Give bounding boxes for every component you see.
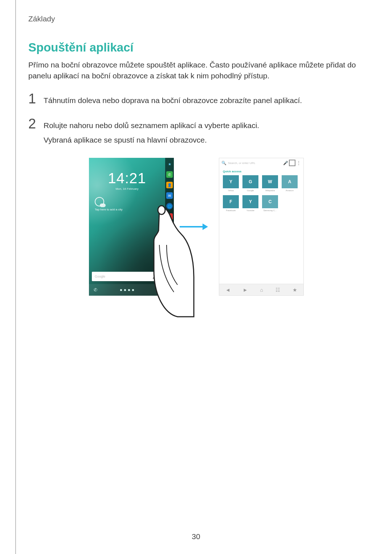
step-number: 1 bbox=[28, 92, 41, 106]
section-title: Spouštění aplikací bbox=[28, 41, 364, 54]
mic-icon[interactable]: 🎤 bbox=[152, 274, 158, 279]
arrow-right-icon bbox=[180, 226, 207, 227]
edge-playstore-icon[interactable]: ▶ bbox=[166, 234, 173, 241]
home-bottom-bar: ✆ bbox=[89, 284, 165, 296]
google-search-bar[interactable]: Google 🎤 bbox=[92, 272, 161, 281]
phone-home-screenshot: 14:21 Mon, 16 February Tap here to add a… bbox=[89, 158, 174, 296]
edge-star-icon[interactable]: ★ bbox=[166, 161, 173, 167]
step-text: Vybraná aplikace se spustí na hlavní obr… bbox=[44, 134, 259, 146]
page-number: 30 bbox=[0, 532, 392, 541]
edge-browser-icon[interactable]: 🌐 bbox=[166, 203, 173, 209]
edge-message-icon[interactable]: ✉ bbox=[166, 192, 173, 199]
edge-contacts-icon[interactable]: 👤 bbox=[166, 182, 173, 188]
step-text: Táhnutím doleva nebo doprava na boční ob… bbox=[44, 95, 302, 106]
step-text: Rolujte nahoru nebo dolů seznamem aplika… bbox=[44, 120, 259, 131]
phone-icon[interactable]: ✆ bbox=[93, 287, 98, 293]
mic-icon[interactable]: 🎤 bbox=[283, 161, 288, 165]
quick-tile[interactable]: YYahoo bbox=[223, 175, 239, 192]
quick-tile[interactable]: CSamsung C... bbox=[262, 195, 278, 212]
weather-caption: Tap here to add a city bbox=[95, 208, 123, 211]
quick-tile[interactable]: GGoogle bbox=[242, 175, 258, 192]
step-2: 2 Rolujte nahoru nebo dolů seznamem apli… bbox=[28, 117, 364, 148]
weather-widget: Tap here to add a city bbox=[95, 197, 123, 211]
step-number: 2 bbox=[28, 117, 41, 131]
saved-pages-icon[interactable]: ☷ bbox=[275, 287, 280, 293]
browser-top-bar: 🔍 Search, or enter URL 🎤 ⋮ bbox=[219, 158, 303, 168]
quick-access-grid: YYahoo GGoogle WWikipedia AAmazon FFaceb… bbox=[219, 175, 303, 212]
forward-icon[interactable]: ► bbox=[243, 287, 248, 293]
phone-browser-screenshot: 🔍 Search, or enter URL 🎤 ⋮ Quick access … bbox=[219, 158, 304, 296]
lock-clock: 14:21 Mon, 16 February bbox=[89, 170, 165, 190]
section-intro: Přímo na boční obrazovce můžete spouštět… bbox=[28, 59, 364, 82]
weather-icon bbox=[95, 197, 104, 206]
figure: 14:21 Mon, 16 February Tap here to add a… bbox=[28, 158, 364, 296]
clock-date: Mon, 16 February bbox=[89, 187, 165, 190]
edge-chevron-down-icon[interactable]: ⌄ bbox=[168, 288, 171, 294]
manual-page: Základy Spouštění aplikací Přímo na bočn… bbox=[15, 0, 377, 554]
edge-youtube-icon[interactable]: ▶ bbox=[166, 213, 173, 220]
quick-tile[interactable]: AAmazon bbox=[282, 175, 298, 192]
back-icon[interactable]: ◄ bbox=[225, 287, 230, 293]
url-placeholder: Search, or enter URL bbox=[228, 161, 256, 165]
quick-tile[interactable]: YYoutube bbox=[242, 195, 258, 212]
search-icon: 🔍 bbox=[221, 161, 226, 165]
quick-access-label: Quick access bbox=[219, 168, 303, 175]
edge-panel[interactable]: ★ ✆ 👤 ✉ 🌐 ▶ ✉ ▶ ◼ ⌄ bbox=[165, 158, 174, 296]
edge-phone-icon[interactable]: ✆ bbox=[166, 171, 173, 178]
search-hint: Google bbox=[95, 275, 152, 278]
browser-bottom-bar: ◄ ► ⌂ ☷ ★ bbox=[219, 284, 303, 295]
home-icon[interactable]: ⌂ bbox=[260, 287, 263, 293]
quick-tile[interactable]: FFacebook bbox=[223, 195, 239, 212]
page-dots bbox=[120, 289, 134, 291]
step-1: 1 Táhnutím doleva nebo doprava na boční … bbox=[28, 92, 364, 109]
apps-icon[interactable] bbox=[156, 287, 162, 293]
edge-app-icon[interactable]: ◼ bbox=[166, 245, 173, 251]
edge-mail-icon[interactable]: ✉ bbox=[166, 224, 173, 230]
browser-url-field[interactable]: 🔍 Search, or enter URL bbox=[221, 160, 282, 166]
clock-time: 14:21 bbox=[89, 170, 165, 186]
tabs-icon[interactable] bbox=[290, 160, 295, 165]
bookmark-icon[interactable]: ★ bbox=[293, 287, 297, 293]
quick-tile[interactable]: WWikipedia bbox=[262, 175, 278, 192]
chapter-label: Základy bbox=[28, 15, 364, 23]
